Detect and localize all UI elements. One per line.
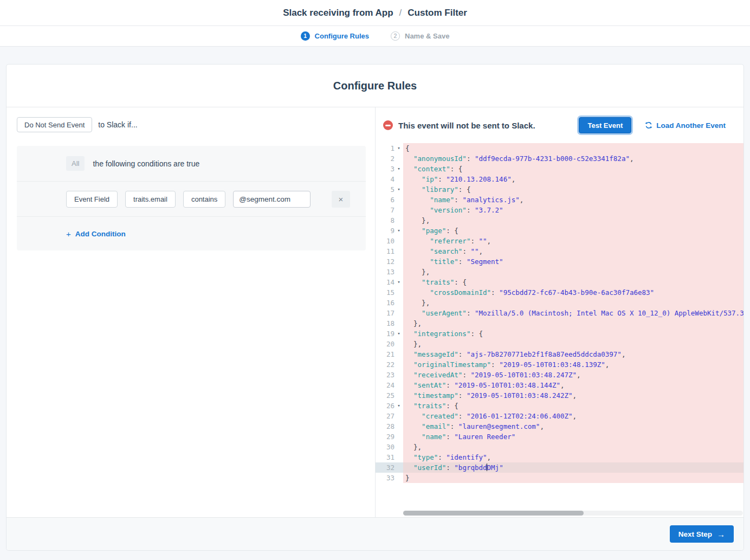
code-text[interactable]: "integrations": { [403,329,743,339]
code-text[interactable]: }, [403,339,743,349]
line-number: 3 [376,164,395,174]
code-line[interactable]: 20 }, [376,339,743,349]
code-text[interactable]: "userId": "bgrqbddDMj" [403,462,743,473]
code-text[interactable]: "receivedAt": "2019-05-10T01:03:48.247Z"… [403,370,743,380]
code-line[interactable]: 32 "userId": "bgrqbddDMj" [376,462,743,473]
code-text[interactable]: "traits": { [403,277,743,287]
fold-gutter [395,349,403,359]
code-line[interactable]: 13 }, [376,267,743,277]
code-text[interactable]: "type": "identify", [403,452,743,462]
add-condition-link[interactable]: + Add Condition [66,229,126,239]
code-text[interactable]: "ip": "210.13.208.146", [403,174,743,184]
event-tester-header: This event will not be sent to Slack. Te… [376,107,743,143]
code-line[interactable]: 18 }, [376,318,743,329]
send-mode-suffix: to Slack if... [98,120,137,129]
code-line[interactable]: 33} [376,473,743,483]
code-line[interactable]: 23 "receivedAt": "2019-05-10T01:03:48.24… [376,370,743,380]
code-line[interactable]: 8 }, [376,215,743,226]
breadcrumb-secondary: Custom Filter [408,8,467,18]
fold-arrow-icon[interactable]: ▾ [395,401,403,411]
code-text[interactable]: }, [403,215,743,226]
fold-arrow-icon[interactable]: ▾ [395,184,403,195]
code-line[interactable]: 16 }, [376,298,743,308]
condition-value-input[interactable] [233,191,311,208]
code-line[interactable]: 29 "name": "Lauren Reeder" [376,432,743,442]
code-text[interactable]: "userAgent": "Mozilla/5.0 (Macintosh; In… [403,308,743,318]
code-line[interactable]: 12 "title": "Segment" [376,256,743,267]
fold-arrow-icon[interactable]: ▾ [395,329,403,339]
code-text[interactable]: { [403,143,743,153]
remove-condition-button[interactable]: × [332,191,350,208]
step-configure-rules[interactable]: 1 Configure Rules [301,31,369,41]
match-type-badge[interactable]: All [66,156,85,171]
code-line[interactable]: 14▾ "traits": { [376,277,743,287]
test-event-button[interactable]: Test Event [579,117,631,133]
code-line[interactable]: 11 "search": "", [376,246,743,256]
fold-arrow-icon[interactable]: ▾ [395,164,403,174]
code-text[interactable]: }, [403,298,743,308]
code-line[interactable]: 19▾ "integrations": { [376,329,743,339]
code-line[interactable]: 22 "originalTimestamp": "2019-05-10T01:0… [376,359,743,370]
field-path-button[interactable]: traits.email [125,191,176,208]
code-line[interactable]: 15 "crossDomainId": "95cbdd72-fc67-4b43-… [376,287,743,298]
code-text[interactable]: "traits": { [403,401,743,411]
code-line[interactable]: 25 "timestamp": "2019-05-10T01:03:48.242… [376,390,743,401]
code-text[interactable]: "title": "Segment" [403,256,743,267]
code-line[interactable]: 28 "email": "lauren@segment.com", [376,421,743,432]
step-name-save[interactable]: 2 Name & Save [391,31,449,41]
code-line[interactable]: 10 "referrer": "", [376,236,743,246]
fold-arrow-icon[interactable]: ▾ [395,143,403,153]
code-text[interactable]: "search": "", [403,246,743,256]
code-text[interactable]: "messageId": "ajs-7b8270771eb2f1f8a87eed… [403,349,743,359]
code-line[interactable]: 27 "created": "2016-01-12T02:24:06.400Z"… [376,411,743,421]
code-text[interactable]: "originalTimestamp": "2019-05-10T01:03:4… [403,359,743,370]
code-line[interactable]: 30 }, [376,442,743,452]
code-text[interactable]: "referrer": "", [403,236,743,246]
code-text[interactable]: "email": "lauren@segment.com", [403,421,743,432]
code-line[interactable]: 4 "ip": "210.13.208.146", [376,174,743,184]
code-line[interactable]: 3▾ "context": { [376,164,743,174]
code-text[interactable]: }, [403,318,743,329]
fold-gutter [395,421,403,432]
code-text[interactable]: "library": { [403,184,743,195]
code-text[interactable]: "context": { [403,164,743,174]
code-text[interactable]: "crossDomainId": "95cbdd72-fc67-4b43-b90… [403,287,743,298]
code-line[interactable]: 24 "sentAt": "2019-05-10T01:03:48.144Z", [376,380,743,390]
line-number: 30 [376,442,395,452]
json-editor[interactable]: 1▾{2 "anonymousId": "ddf9ecda-977b-4231-… [376,143,743,517]
line-number: 16 [376,298,395,308]
code-line[interactable]: 17 "userAgent": "Mozilla/5.0 (Macintosh;… [376,308,743,318]
code-line[interactable]: 26▾ "traits": { [376,401,743,411]
code-text[interactable]: } [403,473,743,483]
code-line[interactable]: 6 "name": "analytics.js", [376,195,743,205]
code-line[interactable]: 5▾ "library": { [376,184,743,195]
code-line[interactable]: 21 "messageId": "ajs-7b8270771eb2f1f8a87… [376,349,743,359]
code-line[interactable]: 1▾{ [376,143,743,153]
fold-arrow-icon[interactable]: ▾ [395,226,403,236]
code-line[interactable]: 2 "anonymousId": "ddf9ecda-977b-4231-b00… [376,153,743,164]
fold-arrow-icon[interactable]: ▾ [395,277,403,287]
code-text[interactable]: "timestamp": "2019-05-10T01:03:48.242Z", [403,390,743,401]
operator-button[interactable]: contains [183,191,225,208]
fold-gutter [395,256,403,267]
line-number: 31 [376,452,395,462]
code-line[interactable]: 7 "version": "3.7.2" [376,205,743,215]
code-text[interactable]: }, [403,442,743,452]
code-text[interactable]: "name": "analytics.js", [403,195,743,205]
code-text[interactable]: "name": "Lauren Reeder" [403,432,743,442]
code-text[interactable]: "anonymousId": "ddf9ecda-977b-4231-b000-… [403,153,743,164]
field-type-button[interactable]: Event Field [66,191,118,208]
load-another-event-link[interactable]: Load Another Event [645,121,726,130]
breadcrumb-primary[interactable]: Slack receiving from App [283,8,393,18]
next-step-button[interactable]: Next Step → [670,525,734,543]
code-text[interactable]: "created": "2016-01-12T02:24:06.400Z", [403,411,743,421]
code-text[interactable]: }, [403,267,743,277]
code-text[interactable]: "page": { [403,226,743,236]
code-text[interactable]: "sentAt": "2019-05-10T01:03:48.144Z", [403,380,743,390]
code-line[interactable]: 9▾ "page": { [376,226,743,236]
line-number: 2 [376,153,395,164]
code-line[interactable]: 31 "type": "identify", [376,452,743,462]
code-text[interactable]: "version": "3.7.2" [403,205,743,215]
send-mode-button[interactable]: Do Not Send Event [17,117,92,132]
horizontal-scrollbar-thumb[interactable] [403,511,584,516]
